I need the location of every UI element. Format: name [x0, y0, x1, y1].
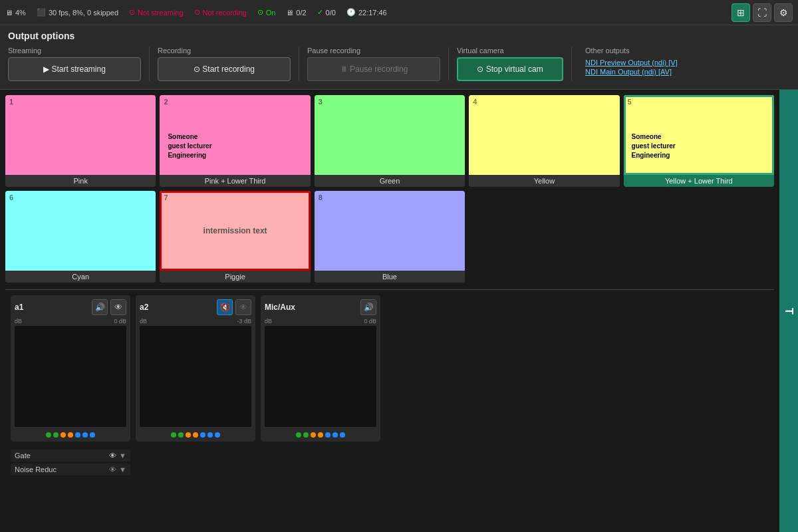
meter-container	[15, 326, 126, 427]
divider-4	[571, 47, 572, 80]
pause-recording-label: Pause recording	[307, 47, 440, 55]
audio-channel-mic/aux: Mic/Aux 🔊 dB 0 dB	[261, 295, 380, 442]
dot	[90, 432, 95, 438]
fit-view-button[interactable]: ⛶	[753, 3, 771, 22]
start-streaming-button[interactable]: ▶ Start streaming	[8, 57, 141, 81]
filter-row-noise-reduc: Noise Reduc 👁 ▼	[11, 464, 130, 475]
other-outputs-title: Other outputs	[585, 47, 678, 55]
dot	[61, 432, 66, 438]
fps-icon: ⬛	[37, 8, 46, 17]
scene-grid: 1Pink2Someoneguest lecturerEngineeringPi…	[5, 95, 774, 283]
channel-dots	[140, 432, 251, 438]
dot	[332, 432, 338, 438]
filter-chevron-icon[interactable]: ▼	[119, 452, 126, 460]
channel-name: Mic/Aux	[265, 303, 295, 312]
scene-item-piggie[interactable]: 7intermission textPiggie	[160, 191, 310, 283]
divider-3	[448, 47, 449, 80]
streaming-icon: ⊙	[129, 8, 135, 17]
pause-recording-group: Pause recording ⏸ Pause recording	[307, 47, 440, 81]
dot	[303, 432, 309, 438]
filter-visibility-icon[interactable]: 👁	[109, 452, 116, 460]
audio-channel-a1: a1 🔊 👁 dB 0 dB	[11, 295, 130, 442]
dot	[82, 432, 88, 438]
scene-item-yellow[interactable]: 4Yellow	[469, 95, 619, 187]
clock-icon: 🕐	[346, 8, 356, 17]
dot	[68, 432, 73, 438]
sidebar-label: T	[783, 308, 795, 316]
visibility-button[interactable]: 👁	[110, 299, 126, 315]
divider-2	[299, 47, 299, 80]
filter-chevron-icon[interactable]: ▼	[119, 466, 126, 473]
streaming-label: Streaming	[8, 47, 141, 55]
meter-container	[140, 326, 251, 427]
channel-dots	[265, 432, 376, 438]
streaming-status: ⊙ Not streaming	[129, 8, 183, 17]
settings-button[interactable]: ⚙	[774, 3, 793, 22]
filter-visibility-icon[interactable]: 👁	[109, 466, 116, 473]
filter-row-gate: Gate 👁 ▼	[11, 450, 130, 462]
visibility-button[interactable]: 👁	[235, 299, 251, 315]
mute-button[interactable]: 🔇	[217, 299, 233, 315]
recording-group: Recording ⊙ Start recording	[158, 47, 291, 81]
recording-icon: ⊙	[194, 8, 200, 17]
cpu-status: 🖥 4%	[5, 9, 26, 17]
filter-name: Gate	[15, 452, 31, 460]
dot	[325, 432, 331, 438]
output-options-panel: Output options Streaming ▶ Start streami…	[0, 25, 798, 90]
scene-item-blue[interactable]: 8Blue	[315, 191, 465, 283]
mute-button[interactable]: 🔊	[92, 299, 108, 315]
dot	[207, 432, 213, 438]
right-sidebar[interactable]: T	[779, 90, 798, 532]
channel-dots	[15, 432, 126, 438]
dot	[186, 432, 191, 438]
dot	[53, 432, 59, 438]
channel-header: Mic/Aux 🔊	[265, 299, 376, 315]
render-icon: ✓	[317, 8, 323, 17]
pause-recording-button[interactable]: ⏸ Pause recording	[307, 57, 440, 81]
db-labels: dB 0 dB	[265, 318, 376, 325]
virtual-camera-group: Virtual camera ⊙ Stop virtual cam	[457, 47, 563, 81]
streaming-group: Streaming ▶ Start streaming	[8, 47, 141, 81]
dot	[178, 432, 184, 438]
scene-item-cyan[interactable]: 6Cyan	[5, 191, 156, 283]
ndi-preview-link[interactable]: NDI Preview Output (ndi) [V]	[585, 59, 678, 66]
audio-filters: Gate 👁 ▼ Noise Reduc 👁 ▼	[11, 450, 130, 475]
db-labels: dB -3 dB	[140, 318, 251, 325]
grid-view-button[interactable]: ⊞	[732, 3, 750, 22]
audio-mixer: a1 🔊 👁 dB 0 dB a2 🔇	[5, 289, 774, 447]
status-bar: 🖥 4% ⬛ 30 fps, 8%, 0 skipped ⊙ Not strea…	[0, 0, 798, 25]
dot	[340, 432, 345, 438]
channel-header: a1 🔊 👁	[15, 299, 126, 315]
channel-name: a1	[15, 303, 23, 312]
main-content: 1Pink2Someoneguest lecturerEngineeringPi…	[0, 90, 798, 532]
filter-name: Noise Reduc	[15, 466, 57, 473]
start-recording-button[interactable]: ⊙ Start recording	[158, 57, 291, 81]
dot	[215, 432, 220, 438]
scene-item-pink[interactable]: 1Pink	[5, 95, 156, 187]
divider-1	[149, 47, 150, 80]
virtual-camera-label: Virtual camera	[457, 47, 563, 55]
dot	[193, 432, 198, 438]
recording-label: Recording	[158, 47, 291, 55]
ndi-main-link[interactable]: NDI Main Output (ndi) [AV]	[585, 68, 678, 76]
db-labels: dB 0 dB	[15, 318, 126, 325]
audio-channel-a2: a2 🔇 👁 dB -3 dB	[136, 295, 255, 442]
dot	[311, 432, 316, 438]
stop-virtual-cam-button[interactable]: ⊙ Stop virtual cam	[457, 57, 563, 81]
dot	[318, 432, 323, 438]
display-icon: 🖥	[286, 9, 293, 17]
virtualcam-status: ⊙ On	[257, 8, 276, 17]
dot	[296, 432, 301, 438]
output-options-title: Output options	[8, 31, 790, 41]
displays-status: 🖥 0/2	[286, 9, 306, 17]
other-outputs-group: Other outputs NDI Preview Output (ndi) […	[585, 47, 678, 76]
scene-item-pink-+-lower-third[interactable]: 2Someoneguest lecturerEngineeringPink + …	[160, 95, 310, 187]
fps-status: ⬛ 30 fps, 8%, 0 skipped	[37, 8, 118, 17]
dot	[75, 432, 80, 438]
mute-button[interactable]: 🔊	[360, 299, 376, 315]
channel-name: a2	[140, 303, 148, 312]
meter-container	[265, 326, 376, 427]
scene-item-green[interactable]: 3Green	[315, 95, 465, 187]
scene-item-yellow-+-lower-third[interactable]: 5Someoneguest lecturerEngineeringYellow …	[624, 95, 774, 187]
virtualcam-icon: ⊙	[257, 8, 263, 17]
